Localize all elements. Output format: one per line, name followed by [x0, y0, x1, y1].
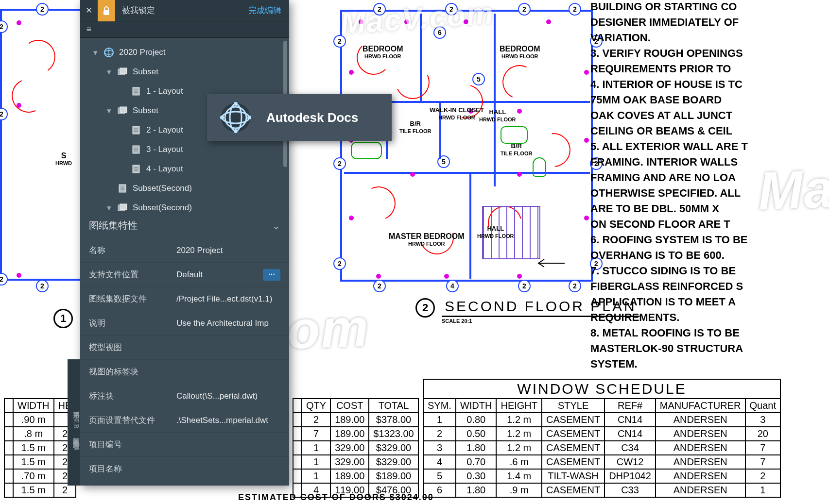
sheet-set-manager-panel[interactable]: 适用于 WEB 的图纸集管理器 ✕ 被我锁定 完成编辑 ≡ ▾ 2020 Pro…: [80, 0, 289, 486]
tree-item[interactable]: 4 - Layout: [83, 159, 289, 179]
property-label: 名称: [89, 245, 176, 256]
tree-label: 2020 Project: [119, 48, 289, 57]
property-value[interactable]: Callout(\S...perial.dwt): [176, 391, 280, 401]
sheet-icon: [131, 125, 141, 135]
svg-rect-12: [120, 107, 127, 113]
tree-label: 3 - Layout: [146, 145, 289, 154]
autodesk-docs-icon: [219, 101, 253, 134]
properties-header[interactable]: 图纸集特性 ⌄: [80, 213, 289, 238]
table-row: 1.5 m2: [4, 483, 76, 497]
tree-item[interactable]: Subset(Second): [83, 179, 289, 198]
bullet-icon: [119, 88, 126, 95]
tree-item[interactable]: 3 - Layout: [83, 140, 289, 159]
property-value[interactable]: /Project File...ect.dst(v1.1): [176, 294, 280, 304]
door-table-left: WIDTHHE.90 m.8 m21.5 m21.5 m2.70 m21.5 m…: [4, 398, 76, 498]
table-row: 2189.00$378.00: [293, 413, 418, 427]
table-row: 1329.00$329.00: [293, 441, 418, 455]
table-row: 1189.00$189.00: [293, 469, 418, 483]
property-row[interactable]: 视图的标签块: [80, 359, 289, 384]
property-value[interactable]: 2020 Project: [176, 246, 280, 255]
finish-edit-button[interactable]: 完成编辑: [241, 5, 289, 16]
table-row: 40.70.6 mCASEMENTCW12ANDERSEN7: [423, 455, 780, 469]
bullet-icon: [119, 127, 126, 134]
properties-list[interactable]: 名称2020 Project支持文件位置Default⋯图纸集数据文件/Proj…: [80, 238, 289, 486]
sheet-icon: [117, 183, 128, 194]
menu-icon[interactable]: ≡: [80, 25, 98, 34]
arrow-left-icon: [536, 258, 566, 268]
svg-point-36: [247, 116, 251, 119]
property-row[interactable]: 标注块Callout(\S...perial.dwt): [80, 384, 289, 408]
lock-icon: [98, 0, 115, 21]
table-row: 50.301.4 mTILT-WASHDHP1042ANDERSEN2: [423, 469, 780, 483]
window-schedule-table: WINDOW SCHEDULE SYM.WIDTHHEIGHTSTYLEREF#…: [423, 379, 781, 498]
property-row[interactable]: 项目阶段: [80, 481, 289, 486]
sheet-icon: [131, 144, 141, 155]
tree-label: Subset(Second): [133, 184, 289, 193]
property-row[interactable]: 模型视图: [80, 335, 289, 359]
close-icon[interactable]: ✕: [80, 5, 98, 16]
tree-root[interactable]: ▾ 2020 Project: [83, 43, 289, 62]
cost-table: QTYCOSTTOTAL2189.00$378.007189.00$1323.0…: [293, 398, 419, 498]
property-value[interactable]: Use the Architectural Imp: [176, 319, 280, 328]
subset-icon: [117, 105, 128, 116]
chevron-down-icon[interactable]: ▾: [105, 204, 112, 211]
property-label: 项目名称: [89, 463, 176, 474]
table-row: .90 m: [4, 413, 76, 427]
table-row: 31.801.2 mCASEMENTC34ANDERSEN7: [423, 441, 780, 455]
table-row: .8 m2: [4, 427, 76, 441]
chevron-down-icon[interactable]: ▾: [105, 68, 112, 75]
property-label: 视图的标签块: [89, 366, 176, 377]
locked-by-label: 被我锁定: [115, 5, 241, 16]
property-row[interactable]: 图纸集数据文件/Project File...ect.dst(v1.1): [80, 286, 289, 311]
svg-rect-6: [120, 68, 127, 74]
property-label: 模型视图: [89, 342, 176, 353]
property-row[interactable]: 支持文件位置Default⋯: [80, 262, 289, 286]
chevron-down-icon[interactable]: ▾: [105, 107, 112, 114]
sheetset-icon: [104, 47, 114, 58]
property-label: 页面设置替代文件: [89, 415, 176, 426]
bullet-icon: [119, 146, 126, 153]
sheet-icon: [131, 164, 141, 174]
table-row: 1329.00$329.00: [293, 455, 418, 469]
table-row: 61.80.9 mCASEMENTC33ANDERSEN1: [423, 483, 780, 497]
svg-rect-1: [104, 10, 109, 15]
chevron-down-icon[interactable]: ▾: [92, 49, 99, 56]
property-label: 说明: [89, 318, 176, 329]
property-row[interactable]: 项目名称: [80, 456, 289, 481]
chevron-down-icon[interactable]: ⌄: [272, 220, 280, 232]
tree-item[interactable]: ▾Subset: [83, 62, 289, 82]
table-row: 10.801.2 mCASEMENTCN14ANDERSEN3: [423, 413, 780, 427]
property-value[interactable]: .\SheetSets...mperial.dwt: [176, 416, 280, 425]
table-row: 20.501.2 mCASEMENTCN14ANDERSEN20: [423, 427, 780, 441]
autodesk-docs-tooltip: Autodesk Docs: [207, 94, 392, 141]
property-label: 支持文件位置: [89, 269, 176, 280]
property-row[interactable]: 页面设置替代文件.\SheetSets...mperial.dwt: [80, 408, 289, 432]
tree-label: Subset(Second): [133, 203, 289, 213]
svg-point-35: [234, 102, 238, 106]
property-row[interactable]: 名称2020 Project: [80, 238, 289, 262]
panel-side-tab[interactable]: 适用于 WEB 的图纸集管理器: [68, 359, 80, 486]
property-row[interactable]: 说明Use the Architectural Imp: [80, 311, 289, 335]
general-notes: BUILDING OR STARTING CODESIGNER IMMEDIAT…: [590, 0, 814, 373]
tree-label: Subset: [133, 67, 289, 77]
floor-plan-main: 2 2 2 2 2 2 2 2 2 2 2 4 2 2 6 5 5: [340, 10, 593, 282]
subset-icon: [117, 67, 128, 77]
table-row: 1.5 m2: [4, 441, 76, 455]
tree-label: 4 - Layout: [146, 164, 289, 174]
svg-point-38: [220, 116, 224, 119]
sheet-icon: [131, 86, 141, 97]
table-row: 1.5 m2: [4, 455, 76, 469]
plan-badge-left: 1: [53, 309, 73, 328]
table-row: 7189.00$1323.00: [293, 427, 418, 441]
tree-item[interactable]: ▾Subset(Second): [83, 198, 289, 213]
bullet-icon: [105, 185, 112, 192]
property-value[interactable]: Default: [176, 270, 260, 280]
property-label: 项目编号: [89, 439, 176, 450]
browse-button[interactable]: ⋯: [263, 269, 280, 281]
property-row[interactable]: 项目编号: [80, 432, 289, 456]
estimated-cost-line: ESTIMATED COST OF DOORS $3024.00: [238, 492, 434, 503]
tooltip-label: Autodesk Docs: [266, 110, 358, 125]
subset-icon: [117, 202, 128, 213]
svg-rect-30: [120, 204, 127, 210]
property-label: 图纸集数据文件: [89, 293, 176, 304]
